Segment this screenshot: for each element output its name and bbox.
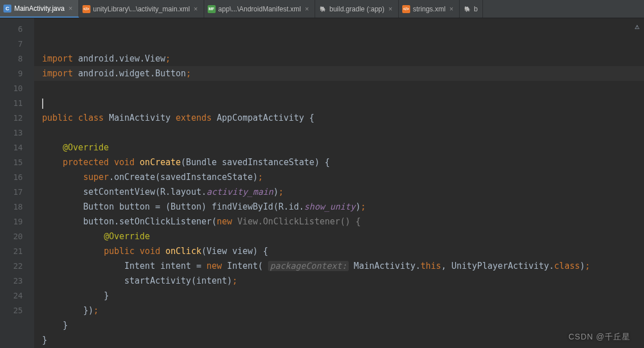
code-token: new (217, 216, 232, 227)
tab-label: MainActivity.java (14, 5, 64, 13)
code-token: { (304, 113, 315, 123)
code-token: void (135, 246, 166, 256)
close-icon[interactable]: × (67, 5, 73, 13)
close-icon[interactable]: × (304, 5, 310, 13)
code-token: @Override (63, 142, 109, 153)
code-token: protected (63, 157, 109, 167)
line-number: 19 (0, 214, 23, 229)
code-token: android.widget.Button (73, 68, 186, 79)
code-token: public (42, 113, 73, 123)
code-token: ; (585, 261, 590, 271)
code-token: ; (232, 276, 237, 286)
parameter-hint: packageContext: (268, 261, 348, 271)
manifest-file-icon: MF (208, 5, 216, 13)
line-number: 12 (0, 110, 23, 125)
xml-file-icon: </> (402, 5, 410, 13)
line-number: 18 (0, 199, 23, 214)
code-token: class (554, 261, 580, 271)
code-token: button.setOnClickListener( (83, 216, 217, 227)
line-number: 20 (0, 229, 23, 244)
code-token: ; (186, 68, 191, 79)
line-number: 9 (0, 66, 23, 81)
code-token: onCreate (140, 157, 181, 167)
code-token: new (207, 261, 222, 271)
tab-label: app\...\AndroidManifest.xml (218, 5, 301, 13)
line-number: 17 (0, 185, 23, 199)
code-token: ) (356, 202, 361, 212)
code-token: } (104, 290, 109, 301)
close-icon[interactable]: × (387, 5, 394, 13)
line-number: 11 (0, 96, 23, 110)
code-token: @Override (104, 231, 150, 241)
xml-file-icon: </> (82, 5, 90, 13)
line-number: 24 (0, 288, 23, 303)
code-token: .onCreate(savedInstanceState) (109, 172, 258, 182)
code-token: (Bundle savedInstanceState) { (181, 157, 330, 167)
code-token: } (42, 335, 47, 345)
line-number: 16 (0, 170, 23, 185)
code-token: super (83, 172, 109, 182)
watermark: CSDN @千丘星 (568, 332, 630, 342)
gradle-file-icon: 🐘 (319, 5, 327, 13)
warning-icon[interactable]: ⚠ (635, 22, 639, 31)
tab-label: strings.xml (413, 5, 445, 13)
code-token: ; (258, 172, 263, 182)
line-number: 6 (0, 22, 23, 36)
code-token: View.OnClickListener() { (232, 216, 361, 227)
code-token: startActivity(intent) (125, 276, 233, 286)
code-token: show_unity (304, 202, 356, 212)
line-number: 7 (0, 36, 23, 51)
code-token: } (63, 320, 68, 330)
line-number: 22 (0, 259, 23, 273)
code-token: ; (361, 202, 366, 212)
code-token: MainActivity. (349, 261, 420, 271)
code-token: this (420, 261, 441, 271)
code-editor[interactable]: 6 7 8 9 10 11 12 13 14 15 16 17 18 19 20… (0, 18, 644, 348)
tab-label: unityLibrary\...\activity_main.xml (93, 5, 190, 13)
code-token: import (42, 54, 73, 64)
code-token: onClick (166, 246, 201, 256)
close-icon[interactable]: × (448, 5, 455, 13)
text-caret (42, 99, 43, 109)
code-token: void (109, 157, 139, 167)
code-token: android.view.View (73, 54, 166, 64)
code-token: Intent( (222, 261, 268, 271)
code-token: import (42, 68, 73, 79)
code-token: AppCompatActivity (217, 113, 304, 123)
line-number: 21 (0, 244, 23, 259)
line-number-gutter: 6 7 8 9 10 11 12 13 14 15 16 17 18 19 20… (0, 18, 34, 348)
code-token: ; (93, 305, 98, 316)
code-token: ) (580, 261, 585, 271)
line-number: 10 (0, 81, 23, 96)
code-token: }) (83, 305, 93, 316)
code-token: setContentView(R.layout. (83, 187, 207, 197)
tab-build-gradle-app[interactable]: 🐘 build.gradle (:app) × (315, 0, 399, 18)
code-token: MainActivity (109, 113, 170, 123)
code-token: (View view) { (201, 246, 268, 256)
tab-label: build.gradle (:app) (329, 5, 385, 13)
gradle-file-icon: 🐘 (463, 5, 471, 13)
code-token: ; (278, 187, 283, 197)
line-number: 25 (0, 303, 23, 318)
editor-tabbar: C MainActivity.java × </> unityLibrary\.… (0, 0, 644, 18)
line-number: 14 (0, 140, 23, 155)
tab-strings-xml[interactable]: </> strings.xml × (399, 0, 460, 18)
code-token: class (73, 113, 109, 123)
code-area[interactable]: import android.view.View; import android… (34, 18, 644, 348)
close-icon[interactable]: × (193, 5, 199, 13)
code-token: extends (171, 113, 217, 123)
code-token: public (104, 246, 134, 256)
code-token: ; (166, 54, 171, 64)
code-token: , UnityPlayerActivity. (441, 261, 554, 271)
tab-activity-main-xml[interactable]: </> unityLibrary\...\activity_main.xml × (79, 0, 204, 18)
code-token: Button button = (Button) findViewById(R.… (83, 202, 304, 212)
java-class-icon: C (3, 5, 11, 13)
tab-overflow[interactable]: 🐘 b (460, 0, 483, 18)
code-token: activity_main (207, 187, 273, 197)
line-number: 8 (0, 51, 23, 66)
tab-main-activity[interactable]: C MainActivity.java × (0, 0, 79, 18)
code-token: Intent intent = (125, 261, 207, 271)
tab-android-manifest[interactable]: MF app\...\AndroidManifest.xml × (204, 0, 315, 18)
line-number: 15 (0, 155, 23, 170)
line-number: 23 (0, 273, 23, 288)
